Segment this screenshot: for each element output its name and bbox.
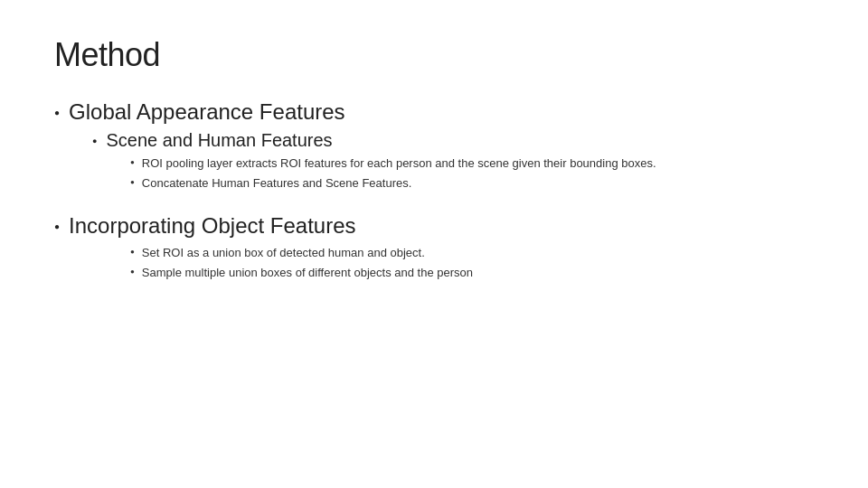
bullet-icon: ● [130,267,135,277]
list-item: ● Concatenate Human Features and Scene F… [130,174,814,192]
content: ● Global Appearance Features ● Scene and… [54,99,814,303]
list-item: ● Incorporating Object Features ● Set RO… [54,213,814,286]
level1-label-incorporating: ● Incorporating Object Features [54,213,814,239]
level1-label-global: ● Global Appearance Features [54,99,814,125]
set-roi-text: Set ROI as a union box of detected human… [142,244,425,262]
bullet-icon: ● [92,136,97,145]
bullet-icon: ● [130,157,135,168]
bullet-icon: ● [54,221,60,231]
list-item: ● Set ROI as a union box of detected hum… [130,244,814,262]
list-item: ● Scene and Human Features ● ROI pooling… [92,130,814,193]
bullet-icon: ● [54,108,60,117]
scene-human-features-label: Scene and Human Features [106,130,332,151]
list-item: ● Global Appearance Features ● Scene and… [54,99,814,197]
global-appearance-features-label: Global Appearance Features [69,99,345,125]
roi-pooling-text: ROI pooling layer extracts ROI features … [142,155,656,173]
incorporating-object-features-label: Incorporating Object Features [69,213,356,239]
level2-label-scene: ● Scene and Human Features [92,130,814,151]
level3-items: ● ROI pooling layer extracts ROI feature… [130,155,814,193]
list-item: ● ROI pooling layer extracts ROI feature… [130,155,814,173]
slide-title: Method [54,36,814,74]
bullet-icon: ● [130,177,135,188]
sample-multiple-text: Sample multiple union boxes of different… [142,264,473,282]
concatenate-text: Concatenate Human Features and Scene Fea… [142,174,411,192]
slide: Method ● Global Appearance Features ● Sc… [0,0,868,488]
bullet-icon: ● [130,247,135,258]
list-item: ● Set ROI as a union box of detected hum… [92,244,814,283]
level3-items: ● Set ROI as a union box of detected hum… [130,244,814,283]
list-item: ● Sample multiple union boxes of differe… [130,264,814,282]
